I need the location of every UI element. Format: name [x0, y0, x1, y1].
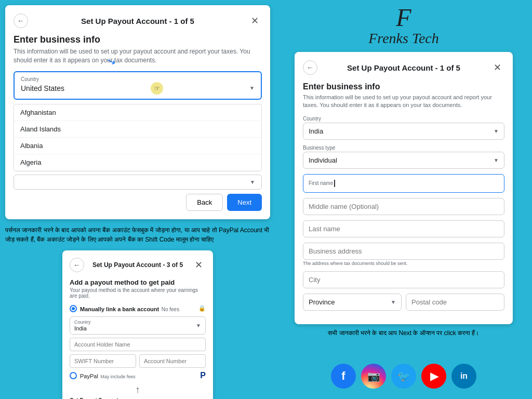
dropdown-item-algeria[interactable]: Algeria: [14, 154, 261, 171]
mouse-cursor-area: ↑: [70, 384, 206, 395]
logo-brand-name: Frenks Tech: [368, 30, 439, 47]
right-country-label: Country: [303, 116, 504, 122]
right-dialog-header: ← Set Up Payout Account - 1 of 5 ✕: [303, 60, 504, 75]
youtube-icon[interactable]: ▶: [421, 364, 446, 389]
step3-country-label: Country: [74, 320, 91, 325]
right-province-select[interactable]: Province ▼: [303, 294, 402, 311]
bank-option-sub: No fees: [162, 307, 179, 312]
twitter-icon[interactable]: 🐦: [391, 364, 416, 389]
step1-back-button[interactable]: Back: [186, 194, 223, 211]
right-dialog-close-btn[interactable]: ✕: [490, 60, 504, 75]
dialog-step1-nav: Back Next: [14, 194, 262, 211]
linkedin-icon-label: in: [460, 371, 468, 381]
paypal-radio[interactable]: [70, 372, 77, 379]
paypal-logo-icon: P: [200, 371, 206, 380]
step3-country-value-wrapper: Country India: [74, 320, 91, 331]
mouse-cursor-icon: ↑: [136, 384, 140, 395]
step3-section-desc: Your payout method is the account where …: [70, 287, 206, 299]
right-province-arrow: ▼: [391, 299, 396, 305]
dropdown-item-afghanistan[interactable]: Afghanistan: [14, 104, 261, 121]
dialog-step1-header: ← Set Up Payout Account - 1 of 5 ✕: [14, 14, 262, 28]
dialog-step3-header: ← Set Up Payout Account - 3 of 5 ✕: [70, 258, 206, 272]
hindi-text-1: पर्सनल जानकारी भरने के बाद आपको अपना बैं…: [5, 223, 270, 246]
left-panel: ← Set Up Payout Account - 1 of 5 ✕ Enter…: [0, 0, 275, 399]
social-icons-row: f 📷 🐦 ▶ in: [331, 358, 476, 394]
step3-section-title: Add a payout method to get paid: [70, 278, 206, 286]
right-business-address-input[interactable]: [303, 243, 504, 260]
right-panel: F Frenks Tech ← Set Up Payout Account - …: [275, 0, 532, 399]
facebook-icon-label: f: [341, 369, 345, 383]
right-country-arrow: ▼: [494, 128, 499, 134]
step3-swift-account-row: [70, 354, 206, 368]
right-province-value: Province: [309, 298, 335, 306]
right-country-group: Country India ▼: [303, 116, 504, 140]
instagram-icon-label: 📷: [367, 370, 380, 382]
right-country-select[interactable]: India ▼: [303, 123, 504, 140]
right-dialog-title: Set Up Payout Account - 1 of 5: [317, 63, 490, 72]
right-postal-input[interactable]: [406, 294, 504, 311]
dialog-step3: ← Set Up Payout Account - 3 of 5 ✕ Add a…: [62, 250, 213, 399]
linkedin-icon[interactable]: in: [451, 364, 476, 389]
paypal-option[interactable]: PayPal May include fees P: [70, 371, 206, 380]
dialog-step3-back-btn[interactable]: ←: [70, 258, 84, 272]
right-first-name-label: First name: [309, 180, 333, 186]
country-dropdown-wrapper: ↖ Country United States ☞ ▼: [14, 71, 262, 100]
right-first-name-group: First name: [303, 174, 504, 193]
youtube-icon-label: ▶: [430, 370, 438, 382]
right-business-type-arrow: ▼: [494, 157, 499, 163]
right-business-address-sub: The address where tax documents should b…: [303, 261, 504, 266]
dropdown-item-aland[interactable]: Aland Islands: [14, 121, 261, 138]
right-city-group: [303, 271, 504, 288]
hindi-text-right: सभी जानकारी भरने के बाद आप Next के ऑप्शन…: [328, 329, 479, 337]
cursor-caret: [334, 180, 335, 187]
bank-radio[interactable]: [70, 305, 77, 312]
right-postal-group: [406, 294, 504, 311]
right-first-name-input[interactable]: First name: [303, 174, 504, 193]
right-middle-name-input[interactable]: [303, 198, 504, 215]
dropdown-item-albania[interactable]: Albania: [14, 138, 261, 154]
cursor-indicator: ☞: [151, 82, 163, 95]
step3-country-group: Country India ▼: [70, 316, 206, 335]
dialog-step1-close-btn[interactable]: ✕: [247, 14, 262, 28]
payout-support-title: Get Payout Support: [70, 397, 206, 399]
step3-account-input[interactable]: [139, 354, 206, 368]
right-business-type-label: Business type: [303, 145, 504, 151]
logo-f-letter: F: [368, 5, 439, 30]
step3-account-holder-group: [70, 338, 206, 351]
paypal-fees: May include fees: [100, 374, 136, 379]
instagram-icon[interactable]: 📷: [361, 364, 386, 389]
right-dialog-back-btn[interactable]: ←: [303, 60, 317, 75]
step3-country-select[interactable]: Country India ▼: [70, 316, 206, 335]
logo-area: F Frenks Tech: [368, 5, 439, 47]
country-dropdown-list: Afghanistan Aland Islands Albania Algeri…: [14, 104, 262, 171]
paypal-label: PayPal: [80, 373, 98, 379]
country-value-row: United States ☞ ▼: [21, 82, 255, 95]
right-business-type-value: Individual: [309, 156, 337, 164]
country-select[interactable]: Country United States ☞ ▼: [14, 71, 262, 100]
dialog-step1-section-title: Enter business info: [14, 34, 262, 45]
right-business-address-group: The address where tax documents should b…: [303, 243, 504, 266]
right-last-name-input[interactable]: [303, 220, 504, 237]
right-business-type-select[interactable]: Individual ▼: [303, 152, 504, 169]
right-city-input[interactable]: [303, 271, 504, 288]
bank-option[interactable]: Manually link a bank account No fees 🔒: [70, 304, 206, 313]
second-dropdown-arrow: ▼: [250, 179, 255, 185]
right-province-group: Province ▼: [303, 294, 402, 311]
dialog-step3-close-btn[interactable]: ✕: [191, 258, 206, 272]
second-dropdown[interactable]: ▼: [14, 175, 262, 190]
step3-account-holder-input[interactable]: [70, 338, 206, 351]
right-middle-name-group: [303, 198, 504, 215]
step3-swift-input[interactable]: [70, 354, 136, 368]
dialog-step1: ← Set Up Payout Account - 1 of 5 ✕ Enter…: [5, 5, 270, 219]
facebook-icon[interactable]: f: [331, 364, 356, 389]
right-section-title: Enter business info: [303, 82, 504, 91]
right-last-name-group: [303, 220, 504, 237]
step1-next-button[interactable]: Next: [227, 194, 262, 211]
country-dropdown-arrow: ▼: [249, 85, 255, 91]
right-business-type-group: Business type Individual ▼: [303, 145, 504, 169]
dialog-step1-back-btn[interactable]: ←: [14, 14, 28, 28]
country-label: Country: [21, 76, 255, 82]
bank-option-labels: Manually link a bank account No fees: [80, 304, 179, 313]
step3-country-value: India: [74, 325, 87, 331]
twitter-icon-label: 🐦: [397, 370, 410, 382]
